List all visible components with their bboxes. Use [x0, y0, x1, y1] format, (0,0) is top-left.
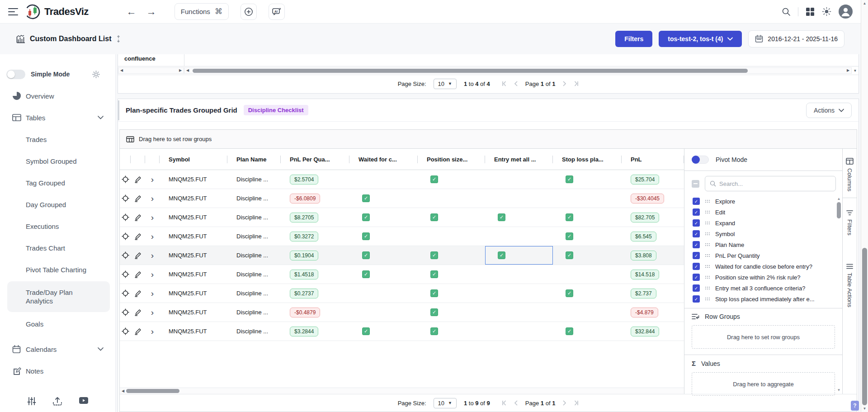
cell-explore[interactable] [120, 303, 131, 322]
sidebar-item-executions[interactable]: Executions [0, 215, 115, 237]
sidebar-item-notes[interactable]: Notes [0, 360, 115, 382]
table-row[interactable]: ›MNQM25.FUTDiscipline ...$1.4518✓✓$14.51… [120, 265, 684, 284]
column-header-entry-met-all[interactable]: Entry met all ... [485, 149, 553, 170]
sidebar-item-day-grouped[interactable]: Day Grouped [0, 194, 115, 215]
crosshair-target-icon[interactable] [122, 327, 129, 335]
cell-stop-loss-placed[interactable] [553, 265, 622, 284]
field-item-entry-met-all-3-confluence-criteria[interactable]: ✓Entry met all 3 confluence criteria? [684, 283, 842, 294]
cell-pnl[interactable]: -$30.4045 [622, 189, 684, 208]
chevron-right-icon[interactable]: › [151, 251, 154, 260]
cell-entry-met-criteria[interactable] [485, 189, 553, 208]
cell-plan-name[interactable]: Discipline ... [227, 208, 281, 227]
chevron-right-icon[interactable]: › [151, 175, 154, 184]
scrollbar-thumb[interactable] [862, 248, 867, 405]
cell-position-size[interactable]: ✓ [418, 303, 485, 322]
cell-plan-name[interactable]: Discipline ... [227, 189, 281, 208]
cell-pnl-per-quantity[interactable]: $0.1904 [281, 246, 349, 265]
cell-pnl[interactable]: $14.518 [622, 265, 684, 284]
table-row[interactable]: ›MNQM25.FUTDiscipline ...$0.1904✓✓✓✓$3.8… [120, 246, 684, 265]
drag-handle-icon[interactable] [705, 243, 710, 246]
cell-pnl-per-quantity[interactable]: $1.4518 [281, 265, 349, 284]
cell-pnl[interactable]: $3.808 [622, 246, 684, 265]
cell-waited-for-candle[interactable]: ✓ [349, 265, 418, 284]
cell-edit[interactable] [131, 322, 145, 341]
cell-entry-met-criteria[interactable] [485, 265, 553, 284]
tab-filters[interactable]: Filters [843, 206, 857, 242]
sidebar-item-tables[interactable]: Tables [0, 107, 115, 128]
cell-explore[interactable] [120, 246, 131, 265]
cell-stop-loss-placed[interactable]: ✓ [553, 284, 622, 303]
table-row[interactable]: ›MNQM25.FUTDiscipline ...-$0.4879✓-$4.87… [120, 303, 684, 322]
scroll-left-arrow-icon[interactable]: ◀ [120, 388, 126, 394]
crosshair-target-icon[interactable] [122, 232, 129, 240]
field-item-expand[interactable]: ✓Expand [684, 218, 842, 228]
cell-pnl[interactable]: $25.704 [622, 170, 684, 189]
scroll-down-arrow-icon[interactable]: ▼ [836, 388, 841, 392]
date-range-picker[interactable]: 2016-12-21 - 2025-11-16 [748, 30, 844, 47]
pencil-edit-icon[interactable] [134, 289, 142, 297]
cell-symbol[interactable]: MNQM25.FUT [160, 189, 227, 208]
pencil-edit-icon[interactable] [134, 213, 142, 221]
cell-expand[interactable]: › [145, 322, 160, 341]
cell-symbol[interactable]: MNQM25.FUT [160, 322, 227, 341]
cell-symbol[interactable]: MNQM25.FUT [160, 246, 227, 265]
crosshair-target-icon[interactable] [122, 251, 129, 259]
drag-handle-icon[interactable] [705, 297, 710, 301]
table-row[interactable]: ›MNQM25.FUTDiscipline ...$0.2737✓✓$2.737 [120, 284, 684, 303]
drag-handle-icon[interactable] [705, 286, 710, 290]
field-item-pnl-per-quantity[interactable]: ✓PnL Per Quantity [684, 250, 842, 261]
ai-assistant-button[interactable]: AI [269, 4, 285, 20]
column-header-icon-0[interactable] [120, 149, 131, 170]
drag-handle-icon[interactable] [705, 221, 710, 225]
column-header-plan-name[interactable]: Plan Name [227, 149, 281, 170]
scroll-left-arrow-icon[interactable]: ◀ [118, 67, 125, 74]
column-header-stop-loss-pla[interactable]: Stop loss pla... [553, 149, 622, 170]
cell-pnl-per-quantity[interactable]: $0.2737 [281, 284, 349, 303]
field-item-stop-loss-placed-immediately-after-e[interactable]: ✓Stop loss placed immediately after e... [684, 294, 842, 304]
column-header-pnl-per-qua[interactable]: PnL Per Qua... [281, 149, 349, 170]
cell-waited-for-candle[interactable]: ✓ [349, 227, 418, 246]
cell-position-size[interactable]: ✓ [418, 322, 485, 341]
field-item-edit[interactable]: ✓Edit [684, 207, 842, 218]
table-row[interactable]: ›MNQM25.FUTDiscipline ...$8.2705✓✓✓✓$82.… [120, 208, 684, 227]
scroll-down-arrow-icon[interactable]: ▼ [852, 69, 859, 73]
page-vertical-scrollbar[interactable]: ▲ ▼ [861, 0, 868, 412]
checkbox-checked-icon[interactable]: ✓ [693, 252, 700, 259]
cell-expand[interactable]: › [145, 208, 160, 227]
cell-pnl-per-quantity[interactable]: $2.5704 [281, 170, 349, 189]
cell-entry-met-criteria[interactable]: ✓ [485, 246, 553, 265]
crosshair-target-icon[interactable] [122, 194, 129, 202]
cell-symbol[interactable]: MNQM25.FUT [160, 284, 227, 303]
pinned-horizontal-scrollbar[interactable]: ◀ ▶ [118, 67, 184, 74]
field-item-waited-for-candle-close-before-entry[interactable]: ✓Waited for candle close before entry? [684, 261, 842, 272]
search-icon[interactable] [782, 7, 791, 16]
cell-pnl-per-quantity[interactable]: $8.2705 [281, 208, 349, 227]
cell-plan-name[interactable]: Discipline ... [227, 284, 281, 303]
sidebar-item-goals[interactable]: Goals [0, 313, 115, 335]
scrollbar-thumb[interactable] [193, 69, 748, 73]
drag-handle-icon[interactable] [705, 265, 710, 268]
actions-button[interactable]: Actions [806, 103, 852, 118]
scroll-right-arrow-icon[interactable]: ▶ [177, 67, 184, 74]
scrollbar-thumb[interactable] [837, 202, 841, 218]
back-arrow-icon[interactable]: ← [125, 6, 138, 18]
pencil-edit-icon[interactable] [134, 327, 142, 335]
drag-handle-icon[interactable] [705, 254, 710, 257]
sidebar-item-trade-day-plan-analytics[interactable]: Trade/Day PlanAnalytics [0, 280, 115, 313]
next-page-icon[interactable] [562, 81, 566, 86]
cell-edit[interactable] [131, 246, 145, 265]
drag-handle-icon[interactable] [705, 275, 710, 279]
sidebar-item-trades[interactable]: Trades [0, 128, 115, 150]
cell-explore[interactable] [120, 284, 131, 303]
scroll-left-arrow-icon[interactable]: ◀ [184, 67, 191, 74]
functions-button[interactable]: Functions ⌘ [175, 3, 229, 20]
cell-entry-met-criteria[interactable] [485, 303, 553, 322]
scroll-up-arrow-icon[interactable]: ▲ [861, 0, 868, 7]
prev-page-icon[interactable] [514, 400, 518, 406]
checkbox-checked-icon[interactable]: ✓ [693, 230, 700, 237]
column-header-pnl[interactable]: PnL [622, 149, 684, 170]
cell-explore[interactable] [120, 189, 131, 208]
cell-expand[interactable]: › [145, 170, 160, 189]
chevron-right-icon[interactable]: › [151, 213, 154, 222]
values-drop-zone[interactable]: Drag here to aggregate [692, 372, 835, 396]
